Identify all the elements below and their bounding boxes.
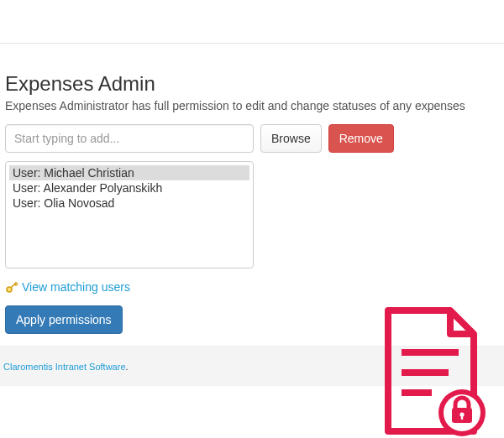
- remove-button[interactable]: Remove: [328, 124, 394, 153]
- browse-button[interactable]: Browse: [260, 124, 322, 153]
- list-item[interactable]: User: Michael Christian: [9, 165, 249, 180]
- footer-link[interactable]: Claromentis Intranet Software: [3, 362, 126, 372]
- footer-period: .: [126, 362, 129, 372]
- add-user-input[interactable]: [5, 124, 254, 153]
- document-lock-icon: [378, 305, 486, 438]
- svg-rect-8: [461, 415, 463, 420]
- top-bar: [0, 0, 504, 44]
- apply-permissions-button[interactable]: Apply permissions: [5, 305, 123, 334]
- view-matching-row: View matching users: [5, 280, 499, 294]
- main-content: Expenses Admin Expenses Administrator ha…: [0, 44, 504, 334]
- key-icon: [5, 280, 18, 294]
- list-item[interactable]: User: Alexander Polyanskikh: [9, 180, 249, 196]
- list-item[interactable]: User: Olia Novosad: [9, 196, 249, 211]
- view-matching-users-link[interactable]: View matching users: [22, 280, 130, 294]
- page-subtitle: Expenses Administrator has full permissi…: [5, 99, 499, 112]
- user-listbox[interactable]: User: Michael Christian User: Alexander …: [5, 161, 254, 269]
- add-user-row: Browse Remove: [5, 124, 499, 153]
- page-title: Expenses Admin: [5, 72, 499, 96]
